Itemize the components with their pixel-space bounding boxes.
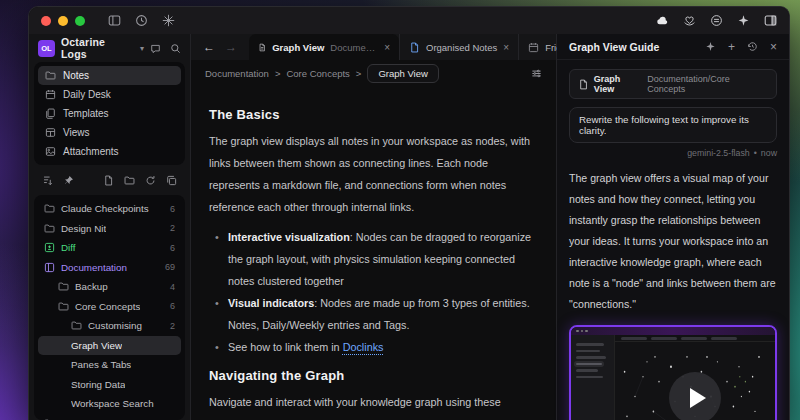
breadcrumb: Documentation > Core Concepts > Graph Vi…	[191, 60, 556, 87]
tree-item-workspace-search[interactable]: Workspace Search	[38, 394, 181, 414]
hands-heart-icon[interactable]	[683, 14, 696, 27]
tree-item-graph-view[interactable]: Graph View	[38, 336, 181, 356]
chat-icon[interactable]	[150, 43, 161, 54]
tab-graph-view[interactable]: Graph View Documentation ×	[249, 34, 399, 60]
tree-count: 2	[170, 321, 175, 331]
tree-toolbar	[34, 168, 185, 192]
tree-item-diff[interactable]: Diff 6	[38, 238, 181, 258]
video-preview[interactable]	[569, 325, 777, 420]
folder-icon	[71, 320, 82, 331]
refresh-icon[interactable]	[145, 175, 156, 186]
paragraph: Navigate and interact with your knowledg…	[209, 391, 538, 420]
tree-item-daily-desk[interactable]: Daily Desk 3	[38, 414, 181, 420]
response-meta: gemini-2.5-flash • now	[569, 148, 777, 158]
context-chip[interactable]: Graph View Documentation/Core Concepts	[569, 69, 777, 99]
sidebar-item-notes[interactable]: Notes	[38, 66, 181, 85]
workspace-avatar: OL	[38, 40, 55, 57]
tree-count: 6	[170, 204, 175, 214]
collapse-all-icon[interactable]	[166, 175, 177, 186]
sort-icon[interactable]	[42, 175, 53, 186]
tree-label: Claude Checkpoints	[61, 203, 149, 214]
minimize-traffic-light[interactable]	[58, 16, 68, 26]
play-button[interactable]	[669, 372, 721, 420]
tab-organised-notes[interactable]: Organised Notes ×	[399, 34, 518, 60]
panel-left-icon[interactable]	[108, 14, 121, 27]
tree-item-core-concepts[interactable]: Core Concepts 6	[38, 297, 181, 317]
nav-label: Templates	[63, 108, 109, 119]
folder-icon	[45, 70, 56, 81]
tree-item-backup[interactable]: Backup 4	[38, 277, 181, 297]
paragraph: The graph view displays all notes in you…	[209, 130, 538, 218]
zoom-traffic-light[interactable]	[75, 16, 85, 26]
file-icon	[258, 42, 266, 53]
close-traffic-light[interactable]	[41, 16, 51, 26]
breadcrumb-item[interactable]: Core Concepts	[286, 68, 349, 79]
nav-label: Daily Desk	[63, 89, 111, 100]
folder-icon	[44, 203, 55, 214]
list-item: Interactive visualization: Nodes can be …	[213, 226, 538, 292]
tab-bar: ← → Graph View Documentation × Organised…	[191, 34, 556, 60]
ai-sparkle-icon[interactable]	[705, 41, 716, 52]
focus-menu-icon[interactable]	[710, 14, 723, 27]
workspace-name: Octarine Logs	[61, 36, 134, 60]
tab-close-icon[interactable]: ×	[384, 42, 390, 53]
tree-label: Graph View	[71, 340, 122, 351]
tree-count: 6	[170, 301, 175, 311]
cloud-sync-icon[interactable]	[656, 14, 669, 27]
tab-title: Graph View	[272, 42, 324, 53]
chevron-down-icon: ▾	[140, 44, 144, 53]
assistant-header: Graph View Guide + ×	[557, 34, 789, 60]
tree-item-customising[interactable]: Customising 2	[38, 316, 181, 336]
panel-right-icon[interactable]	[764, 14, 777, 27]
sidebar-item-attachments[interactable]: Attachments	[38, 142, 181, 161]
breadcrumb-separator: >	[356, 68, 362, 79]
tree-label: Diff	[61, 242, 76, 253]
snowflake-icon[interactable]	[162, 14, 175, 27]
tree-item-design-nit[interactable]: Design Nit 2	[38, 219, 181, 239]
titlebar	[29, 7, 789, 34]
tree-item-documentation[interactable]: Documentation 69	[38, 258, 181, 278]
ai-sparkle-icon[interactable]	[737, 14, 750, 27]
sidebar-item-templates[interactable]: Templates	[38, 104, 181, 123]
primary-nav: Notes Daily Desk Templates Views Attachm…	[34, 62, 185, 165]
history-icon[interactable]	[747, 41, 758, 52]
nav-label: Views	[63, 127, 90, 138]
file-icon	[409, 42, 420, 53]
back-button[interactable]: ←	[203, 40, 215, 54]
tree-label: Design Nit	[61, 223, 106, 234]
tree-label: Storing Data	[71, 379, 125, 390]
folder-icon	[58, 281, 69, 292]
play-icon	[690, 388, 706, 408]
sidebar-item-daily-desk[interactable]: Daily Desk	[38, 85, 181, 104]
folder-icon	[44, 223, 55, 234]
breadcrumb-item[interactable]: Documentation	[205, 68, 269, 79]
tree-item-panes-tabs[interactable]: Panes & Tabs	[38, 355, 181, 375]
sidebar: OL Octarine Logs ▾ Notes Daily Desk	[29, 34, 191, 420]
pin-icon[interactable]	[63, 175, 74, 186]
search-icon[interactable]	[170, 43, 181, 54]
note-title-input[interactable]: Graph View	[367, 64, 438, 83]
tree-count: 4	[170, 282, 175, 292]
doclinks-link[interactable]: Doclinks	[343, 341, 384, 353]
tree-label: Core Concepts	[75, 301, 140, 312]
new-chat-button[interactable]: +	[728, 40, 735, 54]
close-panel-button[interactable]: ×	[770, 40, 777, 54]
tree-item-claude-checkpoints[interactable]: Claude Checkpoints 6	[38, 199, 181, 219]
clock-icon[interactable]	[135, 14, 148, 27]
forward-button[interactable]: →	[225, 40, 237, 54]
new-file-icon[interactable]	[103, 175, 114, 186]
note-options-icon[interactable]	[531, 68, 542, 79]
new-folder-icon[interactable]	[124, 175, 135, 186]
model-name: gemini-2.5-flash	[687, 148, 750, 158]
sidebar-item-views[interactable]: Views	[38, 123, 181, 142]
tab-subtitle: Documentation	[330, 42, 378, 53]
meta-separator: •	[754, 148, 757, 158]
tree-item-storing-data[interactable]: Storing Data	[38, 375, 181, 395]
tree-label: Backup	[75, 281, 108, 292]
workspace-switcher[interactable]: OL Octarine Logs ▾	[34, 34, 185, 62]
note-content[interactable]: The Basics The graph view displays all n…	[191, 87, 556, 420]
tree-label: Customising	[88, 320, 142, 331]
calendar-icon	[45, 89, 56, 100]
user-prompt-bubble: Rewrite the following text to improve it…	[569, 107, 777, 143]
tab-close-icon[interactable]: ×	[503, 42, 509, 53]
